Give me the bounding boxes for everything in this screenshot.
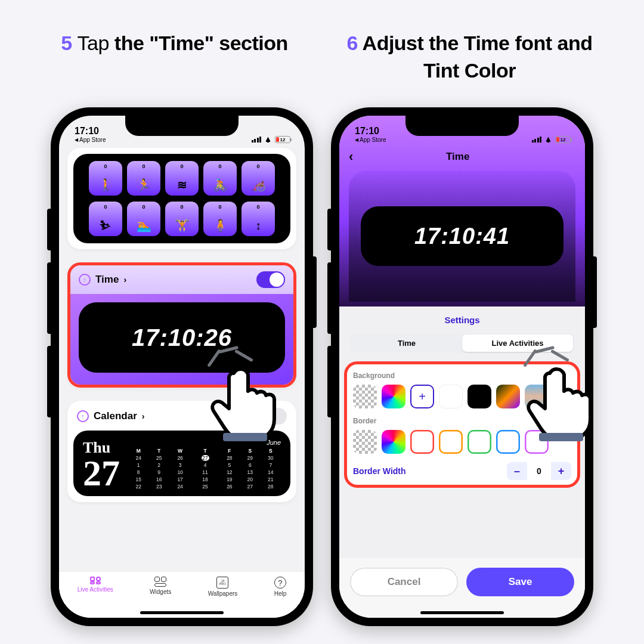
segment-time[interactable]: Time: [351, 335, 462, 352]
notch: [405, 116, 519, 136]
tab-widgets[interactable]: Widgets: [150, 577, 171, 595]
border-label: Border: [353, 417, 571, 425]
border-width-minus[interactable]: –: [507, 462, 527, 480]
swatch-color-picker[interactable]: [382, 385, 405, 408]
time-preview-slot: 17:10:41: [349, 171, 575, 302]
time-section-card[interactable]: ↑ Time › 17:10:26: [67, 262, 296, 388]
calendar-section-title: Calendar: [94, 410, 137, 422]
tab-help[interactable]: ? Help: [274, 577, 287, 597]
swatch-image-2[interactable]: [525, 385, 549, 408]
activity-tile[interactable]: 0🚶: [89, 161, 122, 196]
wifi-icon: [544, 137, 553, 143]
up-arrow-icon: ↑: [79, 274, 91, 286]
appearance-options: Background + Border: [344, 361, 580, 488]
swatch-blue-border[interactable]: [496, 430, 520, 454]
time-preview: 17:10:41: [361, 206, 564, 266]
up-arrow-icon: ↑: [77, 410, 89, 422]
phone-right: 17:10 App Store 12 ‹ Time 17:10:41: [331, 107, 593, 626]
activity-tile[interactable]: 0🚴: [203, 161, 237, 196]
activity-tile[interactable]: 0≋: [165, 161, 199, 196]
swatch-add[interactable]: +: [410, 385, 434, 408]
time-toggle[interactable]: [256, 271, 285, 288]
activity-tile[interactable]: 0↕: [242, 202, 275, 236]
mini-calendar: June MTWTFSS2425262728293012345678910111…: [128, 439, 281, 490]
border-width-plus[interactable]: +: [551, 462, 571, 480]
activity-tile[interactable]: 0⛷: [89, 202, 122, 236]
swatch-purple-border[interactable]: [525, 430, 549, 454]
border-swatches: [353, 430, 571, 454]
swatch-white[interactable]: [439, 385, 463, 408]
home-indicator[interactable]: [420, 611, 504, 614]
activity-tile[interactable]: 0🏋: [165, 202, 199, 236]
phone-left: 17:10 App Store 12 0🚶0🏃0≋0🚴0🦽 0⛷0🏊0🏋0🧍0↕: [51, 107, 313, 626]
nav-bar: ‹ Time: [339, 149, 585, 165]
activity-tile[interactable]: 0🦽: [242, 161, 275, 196]
border-width-row: Border Width – 0 +: [353, 462, 571, 480]
swatch-red-border[interactable]: [410, 430, 434, 454]
border-width-value: 0: [527, 466, 551, 476]
activity-tile[interactable]: 0🧍: [203, 202, 237, 236]
tab-live-activities[interactable]: Live Activities: [78, 577, 113, 593]
settings-heading: Settings: [348, 306, 577, 333]
battery-icon: 12: [555, 136, 571, 143]
status-time: 17:10: [75, 126, 106, 136]
save-button[interactable]: Save: [466, 568, 574, 596]
swatch-black[interactable]: [467, 385, 491, 408]
time-preview: 17:10:26: [79, 302, 285, 373]
swatch-image-1[interactable]: [496, 385, 520, 408]
back-to-appstore[interactable]: App Store: [355, 137, 386, 143]
chevron-right-icon: ›: [123, 275, 126, 284]
time-section-title: Time: [95, 274, 119, 286]
swatch-orange-border[interactable]: [439, 430, 463, 454]
swatch-color-picker[interactable]: [382, 430, 405, 454]
segment-live-activities[interactable]: Live Activities: [462, 335, 573, 352]
activity-widget-card[interactable]: 0🚶0🏃0≋0🚴0🦽 0⛷0🏊0🏋0🧍0↕: [67, 148, 296, 249]
calendar-date: Thu 27: [83, 439, 120, 490]
wifi-icon: [264, 137, 273, 143]
page-title: Time: [340, 151, 575, 163]
action-bar: Cancel Save: [339, 558, 585, 618]
activity-tile[interactable]: 0🏃: [127, 161, 160, 196]
segmented-control[interactable]: Time Live Activities: [350, 333, 574, 353]
cancel-button[interactable]: Cancel: [350, 568, 458, 596]
activity-tile[interactable]: 0🏊: [127, 202, 160, 236]
background-swatches: +: [353, 385, 571, 408]
swatch-green-border[interactable]: [467, 430, 491, 454]
notch: [125, 116, 239, 136]
background-label: Background: [353, 371, 571, 380]
calendar-toggle[interactable]: [258, 408, 287, 425]
signal-icon: [252, 137, 262, 143]
step-5-caption: 5 Tap the "Time" section: [36, 30, 313, 85]
tab-wallpapers[interactable]: 14PRO Wallpapers: [208, 577, 238, 597]
battery-icon: 12: [275, 136, 290, 143]
back-to-appstore[interactable]: App Store: [75, 137, 106, 143]
calendar-section-card[interactable]: ↑ Calendar › Thu 27 June MTWTFSS24252627…: [67, 401, 296, 502]
swatch-transparent[interactable]: [353, 430, 377, 454]
home-indicator[interactable]: [140, 611, 224, 614]
swatch-transparent[interactable]: [353, 385, 377, 408]
signal-icon: [532, 137, 542, 143]
step-6-caption: 6 Adjust the Time font and Tint Color: [331, 30, 608, 85]
chevron-right-icon: ›: [142, 411, 145, 421]
status-time: 17:10: [355, 126, 386, 136]
